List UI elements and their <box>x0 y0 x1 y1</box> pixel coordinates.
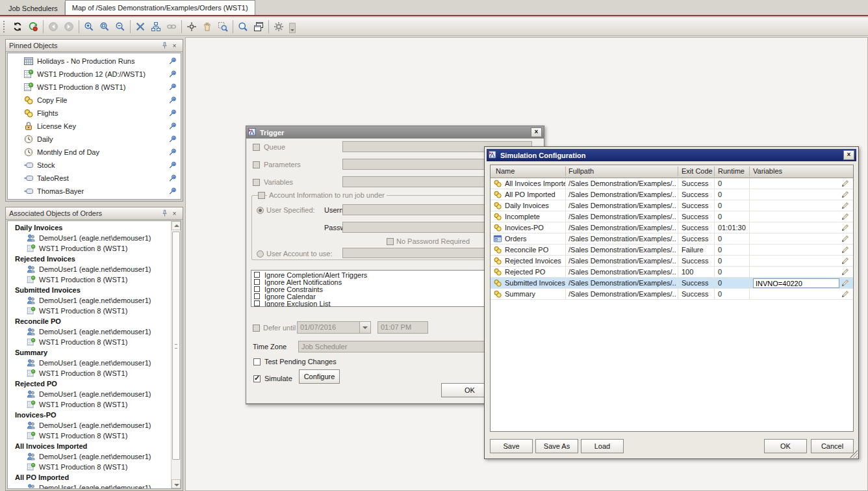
associated-item[interactable]: WST1 Production 8 (WST1) <box>8 431 170 441</box>
associated-item[interactable]: DemoUser1 (eagle.net\demouser1) <box>8 295 170 306</box>
associated-item[interactable]: WST1 Production 8 (WST1) <box>8 462 170 472</box>
pinned-item[interactable]: WST1 Production 8 (WST1) <box>8 81 181 94</box>
close-icon[interactable]: × <box>531 127 542 137</box>
pushpin-icon[interactable] <box>168 148 177 157</box>
pinned-item[interactable]: License Key <box>8 120 181 133</box>
toolbar-grip[interactable] <box>3 21 6 33</box>
pushpin-icon[interactable] <box>168 135 177 144</box>
tab-job-schedulers[interactable]: Job Schedulers <box>2 2 65 15</box>
edit-pencil-icon[interactable] <box>841 234 850 243</box>
pinned-item[interactable]: TaleoRest <box>8 172 181 185</box>
cascade-windows-icon[interactable] <box>251 20 266 34</box>
edit-pencil-icon[interactable] <box>841 289 850 299</box>
panel-close-icon[interactable]: × <box>170 41 179 50</box>
panel-pin-icon[interactable] <box>160 209 170 218</box>
pushpin-icon[interactable] <box>168 161 177 170</box>
associated-item[interactable]: WST1 Production 8 (WST1) <box>8 368 170 378</box>
pushpin-icon[interactable] <box>168 96 177 105</box>
associated-item[interactable]: WST1 Production 8 (WST1) <box>8 243 170 254</box>
column-header-exit-code[interactable]: Exit Code <box>682 167 713 175</box>
associated-item[interactable]: DemoUser1 (eagle.net\demouser1) <box>8 358 170 368</box>
pinned-item[interactable]: Holidays - No Production Runs <box>8 55 181 68</box>
associated-item[interactable]: DemoUser1 (eagle.net\demouser1) <box>8 264 170 274</box>
ok-button[interactable]: OK <box>764 439 807 453</box>
pinned-item[interactable]: Copy File <box>8 94 181 107</box>
simulation-row[interactable]: Rejected Invoices/Sales Demonstration/Ex… <box>491 256 853 267</box>
checkbox-unchecked-icon[interactable] <box>254 293 260 299</box>
edit-pencil-icon[interactable] <box>841 201 850 210</box>
pinned-item[interactable]: WST1 Production 12 (AD://WST1) <box>8 68 181 81</box>
simulation-row[interactable]: Incomplete/Sales Demonstration/Examples/… <box>491 211 853 222</box>
refresh-alert-icon[interactable] <box>25 20 41 34</box>
pinned-item[interactable]: Flights <box>8 107 181 120</box>
checkbox-unchecked-icon[interactable] <box>254 279 260 285</box>
simulation-row[interactable]: All Invoices Imported/Sales Demonstratio… <box>491 178 853 189</box>
pushpin-icon[interactable] <box>168 70 177 79</box>
simulation-row[interactable]: Reconcile PO/Sales Demonstration/Example… <box>491 245 853 256</box>
edit-pencil-icon[interactable] <box>841 179 850 188</box>
associated-item[interactable]: DemoUser1 (eagle.net\demouser1) <box>8 326 170 337</box>
edit-pencil-icon[interactable] <box>841 256 850 265</box>
associated-item[interactable]: DemoUser1 (eagle.net\demouser1) <box>8 483 170 489</box>
pushpin-icon[interactable] <box>168 122 177 131</box>
cancel-button[interactable]: Cancel <box>811 439 854 453</box>
associated-item[interactable]: WST1 Production 8 (WST1) <box>8 399 170 410</box>
variables-input[interactable] <box>753 278 839 288</box>
pinned-item[interactable]: Monthly End of Day <box>8 146 181 159</box>
simulation-row[interactable]: Daily Invoices/Sales Demonstration/Examp… <box>491 200 853 211</box>
associated-item[interactable]: DemoUser1 (eagle.net\demouser1) <box>8 389 170 399</box>
scrollbar-down-button[interactable] <box>172 479 181 488</box>
column-header-name[interactable]: Name <box>496 167 515 175</box>
configure-button[interactable]: Configure <box>299 369 340 384</box>
save-as-button[interactable]: Save As <box>535 439 578 453</box>
scrollbar-thumb[interactable] <box>172 232 180 460</box>
edit-pencil-icon[interactable] <box>841 223 850 232</box>
test-pending-checkbox[interactable] <box>253 358 261 365</box>
tab-map-orders[interactable]: Map of /Sales Demonstration/Examples/Ord… <box>65 0 255 15</box>
simulation-row[interactable]: Summary/Sales Demonstration/Examples/...… <box>491 289 853 300</box>
checkbox-unchecked-icon[interactable] <box>254 272 260 278</box>
refresh-icon[interactable] <box>10 20 25 34</box>
pushpin-icon[interactable] <box>168 57 177 66</box>
zoom-in-icon[interactable] <box>81 20 97 34</box>
load-button[interactable]: Load <box>581 439 624 453</box>
pinned-item[interactable]: Stock <box>8 159 181 172</box>
associated-item[interactable]: DemoUser1 (eagle.net\demouser1) <box>8 420 170 431</box>
zoom-actual-icon[interactable] <box>97 20 112 34</box>
pan-hand-icon[interactable] <box>199 20 215 34</box>
edit-pencil-icon[interactable] <box>841 245 850 254</box>
simulation-row[interactable]: All PO Imported/Sales Demonstration/Exam… <box>491 189 853 200</box>
edit-pencil-icon[interactable] <box>841 190 850 199</box>
simulation-row[interactable]: Orders/Sales Demonstration/Examples/...S… <box>491 233 853 245</box>
pushpin-icon[interactable] <box>168 174 177 183</box>
column-header-runtime[interactable]: Runtime <box>718 167 745 175</box>
associated-item[interactable]: WST1 Production 8 (WST1) <box>8 306 170 316</box>
zoom-region-icon[interactable] <box>215 20 231 34</box>
associated-item[interactable]: DemoUser1 (eagle.net\demouser1) <box>8 233 170 243</box>
pinned-item[interactable]: Thomas-Bayer <box>8 185 181 198</box>
org-chart-icon[interactable] <box>148 20 164 34</box>
search-icon[interactable] <box>235 20 251 34</box>
vertical-scrollbar[interactable] <box>171 221 181 488</box>
pushpin-icon[interactable] <box>168 109 177 118</box>
edit-pencil-icon[interactable] <box>841 212 850 221</box>
column-header-variables[interactable]: Variables <box>753 167 782 175</box>
toolbar-overflow-button[interactable] <box>289 23 296 33</box>
panel-pin-icon[interactable] <box>160 41 170 50</box>
simulate-checkbox[interactable] <box>253 375 261 382</box>
associated-item[interactable]: WST1 Production 8 (WST1) <box>8 274 170 285</box>
simulation-row[interactable]: Submitted Invoices/Sales Demonstration/E… <box>491 278 853 289</box>
checkbox-unchecked-icon[interactable] <box>254 286 260 292</box>
associated-item[interactable]: DemoUser1 (eagle.net\demouser1) <box>8 451 170 462</box>
pushpin-icon[interactable] <box>168 83 177 92</box>
checkbox-unchecked-icon[interactable] <box>254 300 260 306</box>
column-header-fullpath[interactable]: Fullpath <box>568 167 594 175</box>
resize-grip[interactable] <box>850 450 858 458</box>
zoom-out-icon[interactable] <box>112 20 128 34</box>
panel-close-icon[interactable]: × <box>170 209 179 218</box>
pushpin-icon[interactable] <box>168 187 177 196</box>
edit-pencil-icon[interactable] <box>841 267 850 276</box>
edit-pencil-icon[interactable] <box>841 278 850 287</box>
simulation-row[interactable]: Rejected PO/Sales Demonstration/Examples… <box>491 267 853 278</box>
associated-item[interactable]: WST1 Production 8 (WST1) <box>8 337 170 347</box>
